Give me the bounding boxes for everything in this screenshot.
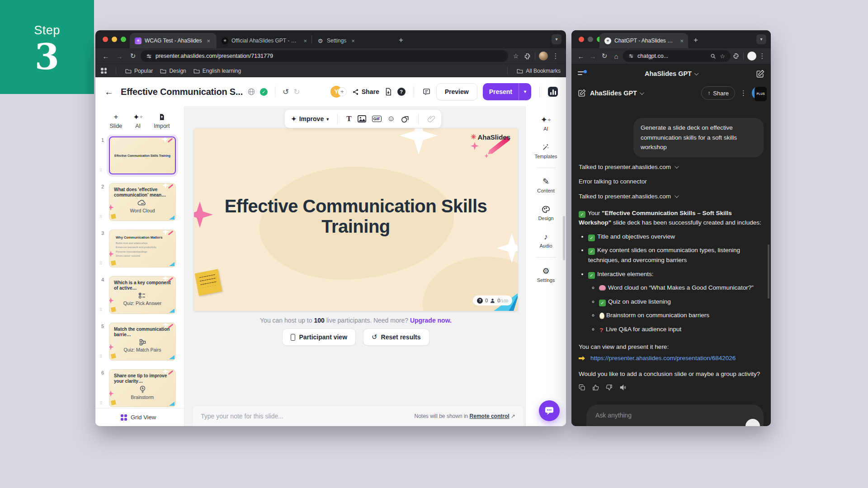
extensions-icon[interactable] [524, 52, 531, 60]
browser-menu-icon[interactable]: ⋮ [550, 52, 561, 60]
help-button[interactable]: ? [397, 88, 406, 96]
connector-status[interactable]: Talked to presenter.ahaslides.com [579, 192, 764, 202]
tab-chatgpt[interactable]: ✳ ChatGPT - AhaSlides GPT × [599, 33, 688, 48]
gif-tool-button[interactable]: GIF [372, 116, 382, 122]
export-file-icon[interactable] [385, 88, 392, 96]
analytics-icon[interactable] [548, 87, 558, 97]
address-bar[interactable]: presenter.ahaslides.com/presentation/713… [141, 50, 508, 62]
tab-wcag-test[interactable]: ✳ WCAG Test - AhaSlides × [130, 33, 217, 48]
drag-handle-icon[interactable]: ⠿ [99, 308, 103, 312]
model-selector[interactable]: AhaSlides GPT [645, 70, 698, 77]
chat-options-icon[interactable]: ⋮ [740, 89, 747, 97]
slide-thumbnail-6[interactable]: 6 Share one tip to improve your clarity…… [109, 369, 176, 407]
close-tab-icon[interactable]: × [680, 38, 684, 44]
support-chat-button[interactable] [539, 400, 560, 421]
emoji-tool-button[interactable]: ☺ [387, 114, 395, 123]
remote-control-link[interactable]: Remote control [470, 413, 509, 419]
preview-button[interactable]: Preview [436, 83, 477, 100]
minimize-window-button[interactable] [588, 37, 593, 42]
site-settings-icon[interactable] [146, 53, 152, 59]
rail-audio-button[interactable]: ♪ Audio [539, 232, 552, 249]
sidebar-toggle-icon[interactable] [578, 70, 587, 78]
bookmark-popular[interactable]: Popular [125, 68, 153, 74]
browser-menu-icon[interactable]: ⋮ [758, 52, 766, 60]
drag-handle-icon[interactable]: ⠿ [99, 168, 103, 173]
add-slide-button[interactable]: + Slide [109, 113, 122, 129]
present-options-dropdown[interactable]: ▾ [519, 83, 531, 100]
apps-grid-icon[interactable] [101, 68, 107, 74]
account-avatar[interactable]: AA PLUS [752, 87, 764, 99]
slide-thumbnail-5[interactable]: 5 Match the communication barrie… Quiz: … [109, 323, 176, 361]
undo-button[interactable]: ↺ [283, 87, 289, 97]
copy-icon[interactable] [579, 384, 585, 391]
new-tab-button[interactable]: + [393, 36, 409, 48]
window-controls[interactable] [103, 37, 126, 42]
back-arrow-icon[interactable]: ← [104, 87, 113, 97]
rail-ai-button[interactable]: ✦✧ AI [541, 115, 551, 131]
rail-settings-button[interactable]: ⚙ Settings [537, 267, 555, 283]
bookmark-design[interactable]: Design [160, 68, 186, 74]
forward-button[interactable]: → [588, 52, 598, 60]
gpt-name-dropdown[interactable]: AhaSlides GPT [590, 89, 643, 97]
back-button[interactable]: ← [576, 52, 586, 60]
presentation-link[interactable]: https://presenter.ahaslides.com/presenta… [590, 353, 736, 363]
tab-settings[interactable]: ⚙ Settings × [312, 33, 393, 48]
bookmark-english-learning[interactable]: English learning [193, 68, 241, 74]
close-tab-icon[interactable]: × [351, 38, 355, 44]
reload-button[interactable]: ↻ [599, 52, 609, 60]
drag-handle-icon[interactable]: ⠿ [99, 401, 103, 405]
present-button[interactable]: Present ▾ [483, 83, 531, 100]
new-chat-button[interactable] [756, 70, 764, 78]
bookmark-star-icon[interactable]: ☆ [510, 52, 522, 60]
share-button[interactable]: Share [352, 88, 379, 95]
rail-content-button[interactable]: ✎ Content [537, 177, 555, 193]
drag-handle-icon[interactable]: ⠿ [99, 354, 103, 359]
drag-handle-icon[interactable]: ⠿ [99, 261, 103, 266]
extensions-icon[interactable] [732, 52, 740, 60]
add-collaborator-button[interactable]: + [338, 87, 347, 96]
bookmark-star-icon[interactable]: ☆ [720, 53, 725, 60]
site-settings-icon[interactable] [628, 53, 634, 59]
presentation-title[interactable]: Effective Communication S... [121, 87, 243, 97]
redo-button[interactable]: ↻ [293, 87, 300, 97]
connector-status[interactable]: Talked to presenter.ahaslides.com [579, 162, 764, 172]
profile-avatar[interactable] [539, 52, 548, 61]
tab-official-gpt[interactable]: ✳ Official AhaSlides GPT - Slide × [217, 33, 311, 48]
ai-slide-button[interactable]: ✦✧ AI [133, 113, 143, 129]
upgrade-link[interactable]: Upgrade now. [410, 317, 452, 324]
thumbs-up-icon[interactable] [592, 384, 599, 391]
rail-templates-button[interactable]: Templates [534, 143, 557, 159]
page-scrollbar[interactable] [563, 216, 565, 260]
slide-thumbnail-3[interactable]: 3 Why Communication Matters Builds trust… [109, 230, 176, 267]
import-button[interactable]: Import [154, 113, 170, 129]
close-tab-icon[interactable]: × [303, 38, 307, 44]
close-window-button[interactable] [103, 37, 108, 42]
drag-handle-icon[interactable]: ⠿ [99, 215, 103, 219]
slide-canvas[interactable]: ✳ AhaSlides Effective Communication Skil… [194, 128, 518, 311]
tab-search-button[interactable]: ▾ [756, 34, 766, 44]
comments-icon[interactable] [422, 88, 431, 96]
home-button[interactable]: ⌂ [611, 52, 621, 60]
message-composer[interactable] [586, 404, 764, 426]
back-button[interactable]: ← [100, 52, 112, 60]
slide-thumbnail-1[interactable]: 1 Effective Communication Skills Trainin… [109, 136, 176, 174]
attachment-icon[interactable] [427, 115, 435, 123]
grid-view-button[interactable]: Grid View [95, 408, 184, 426]
reload-button[interactable]: ↻ [127, 52, 139, 60]
ask-anything-input[interactable] [595, 412, 755, 419]
voice-mode-button[interactable] [745, 419, 760, 426]
image-tool-button[interactable] [358, 115, 366, 122]
forward-button[interactable]: → [113, 52, 125, 60]
read-aloud-icon[interactable] [619, 384, 627, 391]
new-tab-button[interactable]: + [688, 36, 703, 48]
shapes-tool-button[interactable] [401, 115, 410, 123]
slide-title-text[interactable]: Effective Communication Skills Training [212, 196, 500, 237]
rail-design-button[interactable]: Design [538, 205, 553, 221]
minimize-window-button[interactable] [112, 37, 117, 42]
compose-icon[interactable] [578, 89, 586, 97]
tab-search-button[interactable]: ▾ [552, 34, 561, 44]
close-window-button[interactable] [579, 37, 584, 42]
search-icon[interactable] [710, 53, 716, 59]
zoom-window-button[interactable] [121, 37, 126, 42]
participant-view-button[interactable]: Participant view [282, 328, 356, 346]
